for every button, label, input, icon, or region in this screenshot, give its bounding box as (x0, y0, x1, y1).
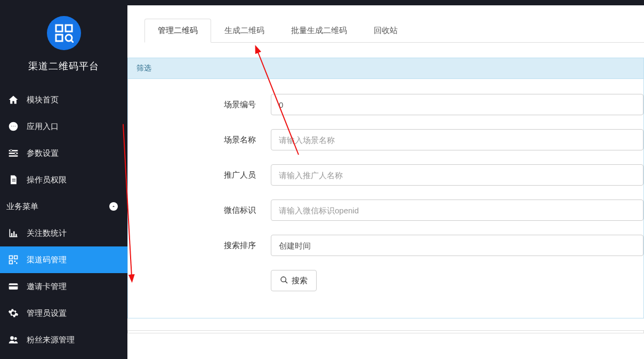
sidebar-item-app-entry[interactable]: ⋯ 应用入口 (0, 113, 127, 140)
chevron-down-icon (109, 202, 118, 211)
scene-name-input[interactable] (271, 129, 643, 150)
sidebar-item-follow-stats[interactable]: 关注数统计 (0, 220, 127, 246)
filter-form: 场景编号 场景名称 推广人员 (128, 79, 643, 318)
search-button[interactable]: 搜索 (271, 270, 317, 291)
sidebar-item-label: 粉丝来源管理 (27, 335, 75, 345)
sidebar-item-label: 管理员设置 (27, 308, 67, 318)
file-icon (6, 174, 20, 185)
svg-point-3 (66, 35, 72, 41)
sidebar-item-invite-card[interactable]: 邀请卡管理 (0, 273, 127, 300)
svg-rect-0 (56, 25, 62, 31)
svg-rect-12 (12, 179, 16, 179)
sidebar-item-channel-code[interactable]: 渠道码管理 (0, 246, 127, 273)
svg-line-27 (285, 281, 287, 283)
svg-rect-1 (66, 25, 72, 31)
promoter-label: 推广人员 (128, 170, 271, 180)
brand-title: 渠道二维码平台 (28, 60, 99, 73)
sidebar-section-label: 业务菜单 (6, 202, 38, 212)
svg-rect-20 (14, 261, 16, 262)
svg-rect-17 (10, 256, 13, 259)
chat-icon: ⋯ (6, 121, 20, 132)
svg-rect-13 (12, 181, 16, 181)
sidebar-section-business[interactable]: 业务菜单 (0, 193, 127, 220)
svg-rect-15 (13, 232, 15, 236)
sidebar-item-operator-perm[interactable]: 操作员权限 (0, 166, 127, 193)
wechat-label: 微信标识 (128, 205, 271, 216)
scene-id-input[interactable] (271, 94, 643, 115)
sidebar-item-label: 邀请卡管理 (27, 282, 67, 292)
svg-line-4 (71, 41, 74, 43)
nav-main: 模块首页 ⋯ 应用入口 参数设置 操作员权限 业务菜 (0, 86, 127, 353)
bottom-panel (127, 330, 644, 333)
tab-recycle-bin[interactable]: 回收站 (360, 19, 411, 43)
brand-logo-icon (47, 16, 81, 50)
svg-point-26 (281, 277, 286, 282)
sidebar-item-admin-settings[interactable]: 管理员设置 (0, 300, 127, 326)
svg-text:⋯: ⋯ (11, 123, 16, 129)
search-button-label: 搜索 (292, 276, 308, 286)
tab-manage-qr[interactable]: 管理二维码 (144, 19, 211, 43)
svg-rect-23 (9, 285, 18, 287)
sidebar-item-label: 应用入口 (27, 122, 59, 132)
scene-name-label: 场景名称 (128, 135, 271, 145)
sidebar: 渠道二维码平台 模块首页 ⋯ 应用入口 参数设置 (0, 5, 127, 359)
gear-icon (6, 308, 20, 318)
sidebar-item-label: 模块首页 (27, 95, 59, 105)
svg-point-10 (10, 149, 12, 151)
home-icon (6, 94, 20, 105)
svg-point-25 (14, 337, 17, 340)
sidebar-item-label: 渠道码管理 (27, 255, 67, 265)
filter-panel-title: 筛选 (128, 58, 643, 79)
sort-select[interactable]: 创建时间 (271, 235, 643, 256)
svg-rect-21 (16, 262, 18, 264)
main-content: 管理二维码 生成二维码 批量生成二维码 回收站 筛选 场景编号 场景名称 (127, 5, 644, 359)
scene-id-label: 场景编号 (128, 100, 271, 110)
search-icon (280, 276, 288, 286)
svg-rect-14 (11, 233, 12, 236)
card-icon (6, 281, 20, 292)
svg-rect-2 (56, 35, 62, 41)
wechat-input[interactable] (271, 200, 643, 221)
brand: 渠道二维码平台 (0, 5, 127, 82)
svg-rect-16 (15, 234, 17, 236)
svg-point-11 (14, 152, 17, 154)
top-bar (0, 0, 644, 5)
sidebar-item-label: 关注数统计 (27, 228, 67, 238)
promoter-input[interactable] (271, 164, 643, 186)
filter-panel: 筛选 场景编号 场景名称 推广人员 (127, 58, 644, 318)
svg-point-24 (10, 336, 14, 340)
svg-rect-19 (10, 261, 13, 264)
svg-rect-9 (9, 155, 18, 157)
tabs: 管理二维码 生成二维码 批量生成二维码 回收站 (144, 18, 644, 43)
tab-generate-qr[interactable]: 生成二维码 (211, 19, 278, 43)
sidebar-item-home[interactable]: 模块首页 (0, 86, 127, 113)
users-icon (6, 334, 20, 345)
tab-batch-generate-qr[interactable]: 批量生成二维码 (278, 19, 360, 43)
sidebar-item-params[interactable]: 参数设置 (0, 140, 127, 166)
qrcode-icon (6, 254, 20, 265)
bar-chart-icon (6, 228, 20, 238)
sidebar-item-fan-source[interactable]: 粉丝来源管理 (0, 326, 127, 353)
sort-label: 搜索排序 (128, 241, 271, 251)
sidebar-item-label: 操作员权限 (27, 175, 67, 185)
svg-rect-18 (14, 256, 18, 259)
sidebar-item-label: 参数设置 (27, 148, 59, 158)
sliders-icon (6, 148, 20, 158)
